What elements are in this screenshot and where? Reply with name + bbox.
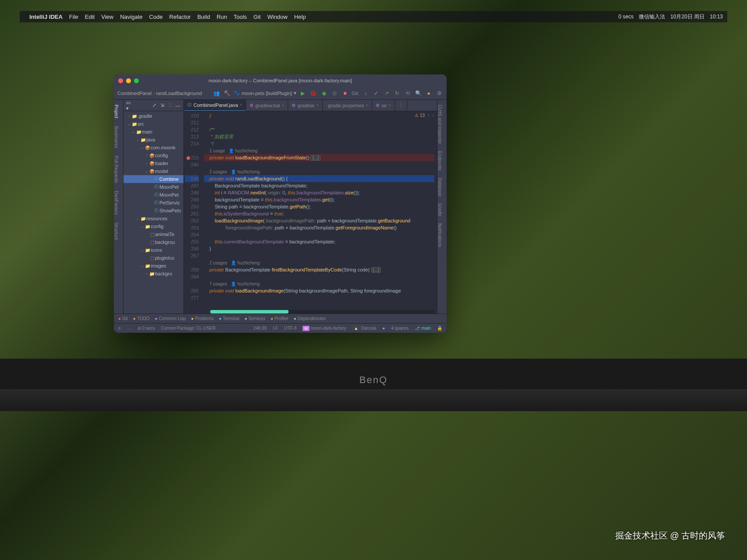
tree-row[interactable]: ⬚animalTe	[123, 230, 183, 238]
sb-processes-icon[interactable]: ≡	[118, 326, 121, 331]
editor-tab[interactable]: ⚙gradlew.bat×	[246, 100, 288, 111]
tree-row[interactable]: ⬚backgrou	[123, 238, 183, 246]
tabs-more-icon[interactable]: ⋮	[395, 100, 407, 111]
breadcrumb-method[interactable]: randLoadBackground	[156, 91, 202, 96]
tool-endpoints[interactable]: Endpoints	[437, 150, 447, 172]
ide-settings-icon[interactable]: ●	[425, 89, 433, 97]
tree-row[interactable]: ⌄📁main	[123, 128, 183, 136]
sb-more-icon[interactable]: …	[127, 326, 131, 331]
editor-tab[interactable]: gradle.properties×	[323, 100, 372, 111]
sb-indent[interactable]: 4 spaces	[391, 326, 409, 331]
breadcrumb-class[interactable]: CombinedPanel	[117, 91, 152, 96]
tree-row[interactable]: ⒸCombine	[123, 175, 183, 183]
tree-row[interactable]: ›📁.gradle	[123, 112, 183, 120]
run-icon[interactable]: ▶	[299, 89, 307, 97]
app-name[interactable]: IntelliJ IDEA	[29, 14, 63, 20]
code-content[interactable]: } /** * 加载背景 */ 1 usage 👤 huzhicheng pri…	[201, 111, 437, 313]
tree-row[interactable]: ⌄📁resources	[123, 215, 183, 222]
titlebar[interactable]: moon-dark-factory – CombinedPanel.java […	[114, 74, 447, 87]
collapse-icon[interactable]: ⇲	[159, 102, 165, 109]
menu-navigate[interactable]: Navigate	[120, 14, 142, 20]
sb-package[interactable]: Current Package: CL-USER	[161, 326, 216, 331]
tool-clhs[interactable]: CLHS and Inspector	[437, 103, 447, 145]
tree-row[interactable]: ›📦loader	[123, 159, 183, 167]
bottom-tab[interactable]: ●Profiler	[271, 316, 289, 321]
sb-line-sep[interactable]: LF	[273, 326, 278, 331]
bottom-tab[interactable]: ●Common Lisp	[155, 316, 186, 321]
push-icon[interactable]: ↗	[383, 89, 391, 97]
menu-edit[interactable]: Edit	[85, 14, 95, 20]
tree-row[interactable]: ⌄📦com.moonk	[123, 144, 183, 151]
line-gutter[interactable]: 2102112122132142152452462472482492502512…	[184, 111, 201, 313]
editor-tab[interactable]: ⒸCombinedPanel.java×	[184, 100, 246, 111]
menu-view[interactable]: View	[101, 14, 113, 20]
tree-row[interactable]: ⌄📁images	[123, 262, 183, 270]
warning-badge[interactable]: ⚠ 13	[415, 113, 425, 118]
bottom-tab[interactable]: ●Problems	[191, 316, 213, 321]
users-icon[interactable]: 👥	[213, 89, 221, 97]
menu-window[interactable]: Window	[267, 14, 287, 20]
commit-icon[interactable]: ✓	[372, 89, 380, 97]
tool-darkfactory[interactable]: DarkFactory	[114, 190, 123, 216]
bottom-tab[interactable]: ●Dependencies	[294, 316, 326, 321]
status-ime[interactable]: 微信输入法	[639, 13, 665, 21]
tree-row[interactable]: ⌄📦model	[123, 167, 183, 175]
tree-row[interactable]: ⌄📁java	[123, 136, 183, 144]
close-tab-icon[interactable]: ×	[240, 102, 243, 107]
close-tab-icon[interactable]: ×	[316, 103, 319, 108]
stop-icon[interactable]: ■	[341, 89, 349, 97]
tree-row[interactable]: ›📁backgro	[123, 270, 183, 278]
nav-down-icon[interactable]: ↓	[432, 113, 434, 118]
minimize-window-icon[interactable]	[126, 78, 131, 83]
bottom-tab[interactable]: ●TODO	[133, 316, 150, 321]
sb-module[interactable]: M moon-dark-factory	[303, 326, 346, 331]
bottom-tab[interactable]: ●Terminal	[219, 316, 240, 321]
breadcrumb[interactable]: CombinedPanel›randLoadBackground	[117, 91, 202, 96]
menu-code[interactable]: Code	[149, 14, 162, 20]
code-editor[interactable]: 2102112122132142152452462472482492502512…	[184, 111, 437, 313]
menu-file[interactable]: File	[69, 14, 78, 20]
close-tab-icon[interactable]: ×	[282, 103, 285, 108]
editor-inspections[interactable]: ⚠ 13 ↑ ↓	[415, 113, 434, 118]
close-tab-icon[interactable]: ×	[366, 103, 368, 108]
menubar-time[interactable]: 10:13	[710, 14, 723, 20]
profile-icon[interactable]: ⊙	[331, 89, 338, 97]
tree-row[interactable]: ›📦config	[123, 151, 183, 159]
menu-run[interactable]: Run	[217, 14, 227, 20]
tool-notifications[interactable]: Notifications	[437, 222, 447, 248]
menu-tools[interactable]: Tools	[233, 14, 247, 20]
hide-panel-icon[interactable]: —	[175, 102, 181, 109]
tool-gradle[interactable]: Gradle	[437, 202, 447, 218]
sb-encoding[interactable]: UTF-8	[284, 326, 296, 331]
debug-icon[interactable]: 🐞	[310, 89, 317, 97]
tool-bookmarks[interactable]: Bookmarks	[114, 125, 123, 149]
menu-build[interactable]: Build	[197, 14, 210, 20]
menu-help[interactable]: Help	[294, 14, 306, 20]
editor-tab[interactable]: ⚙se×	[372, 100, 395, 111]
gear-icon[interactable]: ⚙	[435, 89, 443, 97]
expand-icon[interactable]: ⤢	[151, 102, 157, 109]
project-nav-icon[interactable]: ▭ ▾	[126, 102, 132, 109]
sb-branch[interactable]: ⎇ main	[415, 326, 431, 331]
run-config-selector[interactable]: 🐾 moon-pets [buildPlugin] ▾	[234, 90, 296, 96]
hammer-icon[interactable]: 🔨	[223, 89, 231, 97]
tree-row[interactable]: ⒸShowPetv	[123, 207, 183, 215]
tool-structure[interactable]: Structure	[114, 221, 123, 242]
maximize-window-icon[interactable]	[134, 78, 139, 83]
tree-row[interactable]: ⒸMoonPet	[123, 191, 183, 199]
menu-refactor[interactable]: Refactor	[169, 14, 191, 20]
sb-lock-icon[interactable]: 🔒	[437, 326, 442, 331]
close-window-icon[interactable]	[118, 78, 123, 83]
history-icon[interactable]: ↻	[393, 89, 401, 97]
bottom-tab[interactable]: ●Git	[118, 316, 128, 321]
nav-up-icon[interactable]: ↑	[427, 113, 430, 118]
bottom-tab[interactable]: ●Services	[244, 316, 265, 321]
project-tree[interactable]: ›📁.gradle⌄📁src⌄📁main⌄📁java⌄📦com.moonk›📦c…	[123, 111, 183, 278]
sb-theme[interactable]: ▲ Darcula	[352, 326, 376, 331]
menubar-date[interactable]: 10月20日 周日	[670, 13, 705, 21]
sb-cursor-pos[interactable]: 246:39	[254, 326, 267, 331]
menu-git[interactable]: Git	[254, 14, 261, 20]
tree-row[interactable]: ⬚pluginIco	[123, 254, 183, 262]
coverage-icon[interactable]: ◉	[320, 89, 328, 97]
tree-row[interactable]: ⌄📁src	[123, 120, 183, 128]
